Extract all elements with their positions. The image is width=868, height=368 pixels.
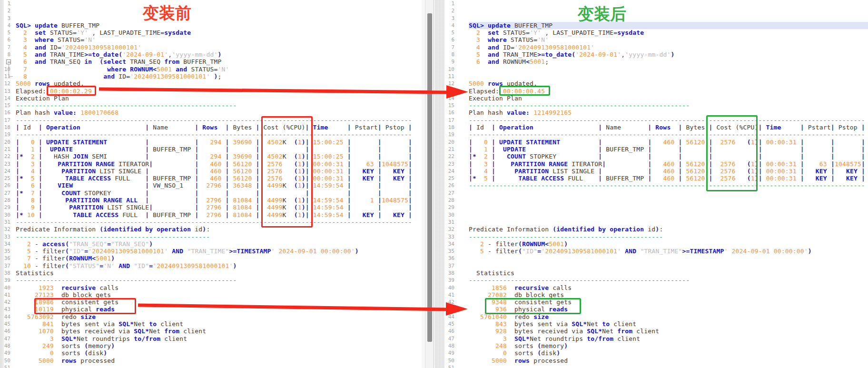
code-text: [457, 0, 469, 7]
code-text: [13, 0, 16, 7]
code-line: 15--------------------------------------…: [435, 102, 868, 109]
code-text: 27082 db block gets: [457, 291, 564, 298]
line-number: 35: [0, 248, 13, 255]
line-number: 20: [0, 139, 13, 146]
code-line: 25|* 5 | TABLE ACCESS FULL | BUFFER_TMP …: [0, 175, 425, 182]
code-line: 19--------------------------------------…: [0, 131, 425, 138]
code-text: 7 - filter(ROWNUM<5001): [13, 255, 115, 262]
code-line: 40 1923 recursive calls: [0, 284, 425, 291]
line-number: 8: [0, 51, 13, 58]
code-line: 32Predicate Information (identified by o…: [435, 226, 868, 233]
code-line: 18| Id | Operation | Name | Rows | Bytes…: [0, 124, 425, 131]
line-number: 37: [0, 262, 13, 269]
line-number: 40: [435, 284, 457, 291]
code-line: 17--------------------------------------…: [435, 117, 868, 124]
line-number: 43: [435, 306, 457, 313]
code-text: ----------------------------------------…: [13, 277, 237, 284]
line-number: 44: [0, 313, 13, 320]
code-line: 28| 8 | PARTITION RANGE ALL | | 2796 | 8…: [0, 197, 425, 204]
code-text: ----------------------------------------…: [13, 117, 412, 124]
code-line: 20| 0 | UPDATE STATEMENT | | 460 | 56120…: [435, 139, 868, 146]
code-text: Predicate Information (identified by ope…: [13, 226, 210, 233]
annotation-box-elapsed-before: [47, 86, 96, 96]
code-line: 29| 9 | PARTITION LIST SINGLE| | 2796 | …: [0, 204, 425, 211]
code-text: 5 and TRAN_TIME>=to_date('2024-09-01','y…: [13, 51, 221, 58]
code-line: 41 27082 db block gets: [435, 291, 868, 298]
line-number: 23: [0, 160, 13, 168]
code-text: | 3 | PARTITION RANGE ITERATOR| | 460 | …: [13, 160, 412, 168]
code-line: 11: [435, 73, 868, 80]
code-line: 21| 1 | UPDATE | BUFFER_TMP | | | | | | …: [0, 146, 425, 153]
line-number: 45: [435, 320, 457, 328]
code-line: 2: [435, 7, 868, 14]
pane-edge: [422, 0, 425, 368]
line-number: 24: [0, 168, 13, 175]
code-line: 4SQL> update BUFFER_TMP: [435, 22, 868, 29]
code-line: 45 841 bytes sent via SQL*Net to client: [0, 320, 425, 328]
line-number: 51: [435, 364, 457, 368]
code-text: [457, 219, 469, 226]
code-line: 47 3 SQL*Net roundtrips to/from client: [0, 335, 425, 342]
code-text: |* 2 | HASH JOIN SEMI | | 294 | 39690 | …: [13, 153, 412, 160]
code-text: ----------------------------------------…: [457, 182, 865, 189]
code-text: [457, 73, 469, 80]
code-text: ----------------------------------------…: [457, 131, 865, 138]
left-pane-scrollbar[interactable]: [425, 0, 434, 368]
code-line: 8 5 and TRAN_TIME>=to_date('2024-09-01',…: [435, 51, 868, 58]
line-number: 48: [435, 342, 457, 349]
code-text: [457, 364, 469, 368]
line-number: 16: [435, 109, 457, 116]
code-text: 1923 recursive calls: [13, 284, 118, 291]
annotation-box-elapsed-after: [499, 86, 550, 96]
fold-guide-line: [9, 64, 9, 77]
line-number: 27: [0, 189, 13, 197]
line-number: 42: [0, 298, 13, 306]
code-text: ----------------------------------------…: [457, 102, 690, 109]
line-number: 12: [435, 80, 457, 87]
code-line: 23| 3 | PARTITION RANGE ITERATOR| | 460 …: [0, 160, 425, 168]
line-number: 10: [435, 66, 457, 73]
code-line: 36 7 - filter(ROWNUM<5001): [0, 255, 425, 262]
code-line: 50 5000 rows processed: [435, 357, 868, 364]
label-after-change: 变装后: [578, 5, 626, 22]
line-number: 36: [0, 255, 13, 262]
line-number: 39: [0, 277, 13, 284]
line-number: 5: [435, 29, 457, 36]
line-number: 8: [435, 51, 457, 58]
line-number: 1: [0, 0, 13, 7]
line-number: 33: [0, 233, 13, 240]
code-text: 6 and TRAN_SEQ in (select TRAN_SEQ from …: [13, 58, 221, 65]
line-number: 43: [0, 306, 13, 313]
annotation-box-cost-before: [261, 116, 313, 228]
line-number: 20: [435, 139, 457, 146]
line-number: 50: [435, 357, 457, 364]
code-text: | 4 | PARTITION LIST SINGLE | | 460 | 56…: [457, 168, 865, 175]
line-number: 27: [435, 189, 457, 197]
line-number: 18: [435, 124, 457, 131]
line-number: 22: [0, 153, 13, 160]
code-line: 50 5000 rows processed: [0, 357, 425, 364]
code-text: 249 sorts (memory): [13, 342, 115, 349]
code-text: |* 5 | TABLE ACCESS FULL | BUFFER_TMP | …: [13, 175, 412, 182]
code-text: |* 10 | TABLE ACCESS FULL | BUFFER_TMP |…: [13, 211, 412, 219]
code-line: 40 1856 recursive calls: [435, 284, 868, 291]
code-text: | 3 | PARTITION RANGE ITERATOR| | 460 | …: [457, 160, 865, 168]
code-text: 0 sorts (disk): [457, 349, 560, 357]
code-text: | 6 | VIEW | VW_NSO_1 | 2796 | 36348 | 4…: [13, 182, 412, 189]
code-text: 8 and ID='2024091309581000101' );: [13, 73, 221, 80]
line-number: 45: [0, 320, 13, 328]
code-line: 38Statistics: [0, 269, 425, 277]
code-text: ----------------------------------------…: [13, 233, 210, 240]
line-number: 29: [0, 204, 13, 211]
fold-collapse-icon[interactable]: [6, 60, 11, 64]
code-text: 5000 rows processed: [13, 357, 115, 364]
scrollbar-thumb[interactable]: [427, 13, 432, 342]
code-line: 10 7 where ROWNUM<5001 and STATUS='N': [0, 66, 425, 73]
code-line: 10: [435, 66, 868, 73]
code-line: 31: [435, 219, 868, 226]
line-number: 22: [435, 153, 457, 160]
code-line: 46 1070 bytes received via SQL*Net from …: [0, 328, 425, 335]
code-line: 27|* 7 | COUNT STOPKEY | | | | | | | |: [0, 189, 425, 197]
line-number: 14: [435, 95, 457, 102]
code-text: 2 set STATUS='Y' , LAST_UPADTE_TIME=sysd…: [13, 29, 191, 36]
